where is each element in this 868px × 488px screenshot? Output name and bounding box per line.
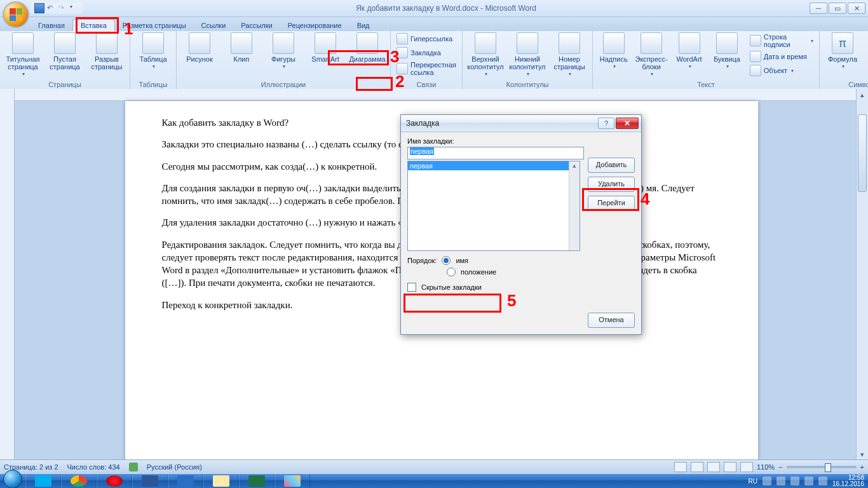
chart-button[interactable]: Диаграмма [348,32,386,80]
group-label-pages: Страницы [4,80,126,90]
listbox-scrollbar[interactable]: ▴ [569,161,580,250]
shapes-button[interactable]: Фигуры [264,32,302,80]
tray-network-icon[interactable] [776,477,785,485]
equation-button[interactable]: πФормула [824,32,862,80]
taskbar: RU 12:5816.12.2016 [0,474,868,488]
datetime-button[interactable]: Дата и время [748,50,815,63]
save-icon[interactable] [34,3,44,13]
header-button[interactable]: Верхний колонтитул [466,32,505,80]
bookmark-add-button[interactable]: Добавить [588,158,635,173]
annotation-num-3: 3 [390,47,399,67]
order-name-radio[interactable] [442,256,451,265]
view-web-button[interactable] [707,462,720,472]
picture-button[interactable]: Рисунок [180,32,219,80]
tray-clock[interactable]: 12:5816.12.2016 [832,475,864,487]
quickparts-button[interactable]: Экспресс-блоки [634,32,668,80]
quickparts-icon [641,32,662,54]
undo-icon[interactable]: ↶ [47,4,56,13]
object-button[interactable]: Объект [748,64,815,77]
bookmark-goto-button[interactable]: Перейти [588,196,635,211]
dialog-help-button[interactable]: ? [598,118,614,129]
tab-home[interactable]: Главная [31,20,72,31]
zoom-level[interactable]: 110% [757,463,775,471]
page-break-button[interactable]: Разрыв страницы [88,32,126,80]
scroll-thumb[interactable] [858,114,867,192]
taskbar-chrome[interactable] [61,474,97,488]
view-draft-button[interactable] [740,462,753,472]
zoom-out-button[interactable]: − [778,463,782,471]
bookmark-name-input[interactable]: первая [407,147,584,159]
redo-icon[interactable]: ↷ [58,4,67,13]
quick-access-toolbar: ↶ ↷ ▾ [31,3,83,14]
signature-line-button[interactable]: Строка подписи [748,32,815,49]
blank-page-button[interactable]: Пустая страница [46,32,84,80]
bookmark-button[interactable]: Закладка [395,46,458,59]
taskbar-skype[interactable] [25,474,61,488]
bookmark-cancel-button[interactable]: Отмена [588,313,635,328]
zoom-in-button[interactable]: + [860,463,864,471]
clipart-button[interactable]: Клип [222,32,261,80]
bookmark-delete-button[interactable]: Удалить [588,177,635,192]
start-button[interactable] [0,474,25,488]
view-print-layout-button[interactable] [674,462,687,472]
cover-page-button[interactable]: Титульная страница [4,32,42,80]
zoom-slider[interactable] [787,466,857,468]
window-title: Як добавити закладку в Word.docx - Micro… [83,4,810,13]
textbox-button[interactable]: Надпись [597,32,630,80]
dialog-close-button[interactable]: ✕ [616,118,639,129]
dropcap-button[interactable]: Буквица [710,32,743,80]
tray-language[interactable]: RU [748,478,757,485]
chart-icon [356,32,378,54]
hidden-bookmarks-checkbox[interactable] [407,283,416,292]
tray-icon[interactable] [804,477,813,485]
tab-review[interactable]: Рецензирование [280,20,349,31]
taskbar-opera[interactable] [97,474,132,488]
bookmark-list-item[interactable]: первая [408,161,580,170]
footer-button[interactable]: Нижний колонтитул [508,32,546,80]
taskbar-excel[interactable] [239,474,275,488]
smartart-icon [315,32,336,54]
table-button[interactable]: Таблица [134,32,172,80]
office-button[interactable] [3,1,29,28]
maximize-button[interactable]: ▭ [829,3,846,14]
tray-volume-icon[interactable] [790,477,799,485]
taskbar-save[interactable] [168,474,203,488]
taskbar-paint[interactable] [275,474,310,488]
annotation-num-1: 1 [124,19,133,39]
annotation-num-2: 2 [395,72,404,92]
taskbar-word[interactable] [132,474,168,488]
status-language[interactable]: Русский (Россия) [147,463,202,471]
tab-references[interactable]: Ссылки [194,20,234,31]
symbol-button[interactable]: ΩСимвол [865,32,868,80]
bookmark-listbox[interactable]: первая ▴ [407,161,580,251]
wordart-button[interactable]: WordArt [672,32,706,80]
annotation-num-4: 4 [641,189,649,209]
proofing-icon[interactable] [129,463,138,471]
tab-view[interactable]: Вид [349,20,377,31]
order-position-radio[interactable] [447,268,456,276]
tray-icon[interactable] [818,477,827,485]
scroll-up-icon[interactable]: ▴ [857,89,868,100]
page-number-button[interactable]: Номер страницы [550,32,588,80]
vertical-scrollbar[interactable]: ▴ ▾ [856,89,868,460]
taskbar-explorer[interactable] [203,474,239,488]
tray-action-center-icon[interactable] [763,477,771,485]
minimize-button[interactable]: ─ [810,3,827,14]
smartart-button[interactable]: SmartArt [306,32,344,80]
qat-dropdown-icon[interactable]: ▾ [70,4,79,13]
status-words[interactable]: Число слов: 434 [67,463,120,471]
system-tray: RU 12:5816.12.2016 [748,475,868,487]
scroll-down-icon[interactable]: ▾ [857,449,868,460]
view-fullscreen-button[interactable] [691,462,703,472]
tab-insert[interactable]: Вставка [72,19,115,31]
bookmark-name-label: Имя закладки: [407,137,635,145]
close-button[interactable]: ✕ [848,3,865,14]
zoom-thumb[interactable] [825,463,831,472]
dropcap-icon [716,32,738,54]
dialog-titlebar[interactable]: Закладка ? ✕ [401,115,641,132]
hyperlink-button[interactable]: Гиперссылка [395,32,458,45]
tab-mailings[interactable]: Рассылки [233,20,280,31]
view-outline-button[interactable] [724,462,736,472]
picture-icon [189,32,210,54]
bookmark-dialog: Закладка ? ✕ Имя закладки: первая первая… [400,114,642,335]
